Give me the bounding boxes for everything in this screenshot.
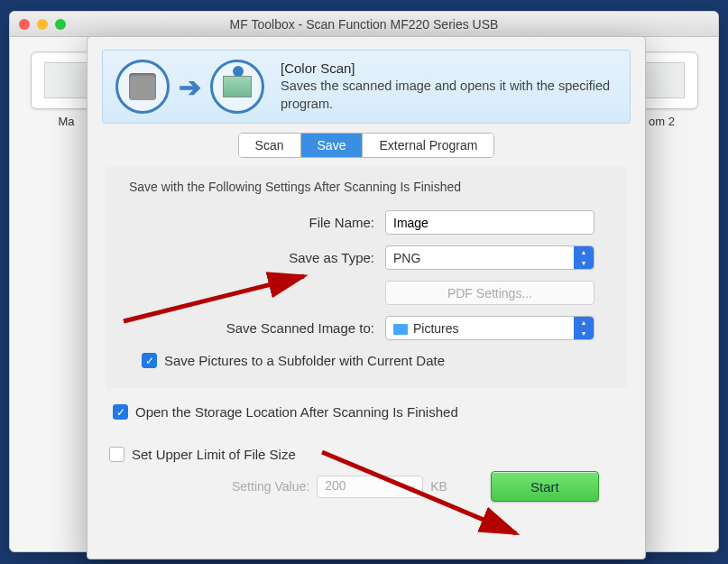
program-icon <box>210 60 264 114</box>
header-title: [Color Scan] <box>281 60 617 76</box>
pdf-settings-button: PDF Settings... <box>385 281 594 305</box>
setting-value-input: 200 ⌄ <box>317 476 423 498</box>
saveto-label: Save Scanned Image to: <box>115 320 385 336</box>
bottom-area: Set Upper Limit of File Size Setting Val… <box>88 447 645 502</box>
folder-icon <box>393 324 408 335</box>
chevron-updown-icon <box>574 317 594 339</box>
header-description: Saves the scanned image and opens it wit… <box>281 78 617 113</box>
filename-input[interactable] <box>385 210 594 235</box>
window-title: MF Toolbox - Scan Function MF220 Series … <box>10 17 718 32</box>
chevron-updown-icon <box>574 246 594 269</box>
panel-title: Save with the Following Settings After S… <box>129 180 618 194</box>
tab-external-program[interactable]: External Program <box>363 134 493 157</box>
tabstrip: Scan Save External Program <box>88 133 645 158</box>
saveto-value: Pictures <box>413 321 459 336</box>
scanner-icon <box>115 60 170 114</box>
filename-label: File Name: <box>115 215 385 230</box>
savetype-value: PNG <box>393 251 420 265</box>
savetype-label: Save as Type: <box>115 250 385 265</box>
saveto-select[interactable]: Pictures <box>385 316 594 340</box>
open-location-label: Open the Storage Location After Scanning… <box>135 404 458 420</box>
scanner-icon <box>640 62 685 98</box>
open-location-checkbox[interactable]: ✓ <box>113 404 128 420</box>
setting-value-text: 200 <box>325 478 346 493</box>
header-info-box: ➔ [Color Scan] Saves the scanned image a… <box>102 50 631 124</box>
kb-unit: KB <box>430 479 447 494</box>
save-settings-panel: Save with the Following Settings After S… <box>106 167 627 388</box>
tab-save[interactable]: Save <box>301 134 364 157</box>
subfolder-checkbox[interactable]: ✓ <box>142 353 157 368</box>
scanner-icon <box>44 62 89 98</box>
upper-limit-checkbox[interactable] <box>109 447 124 462</box>
subfolder-label: Save Pictures to a Subfolder with Curren… <box>164 353 445 368</box>
settings-sheet: ➔ [Color Scan] Saves the scanned image a… <box>87 36 646 559</box>
upper-limit-label: Set Upper Limit of File Size <box>132 447 296 462</box>
tab-scan[interactable]: Scan <box>239 134 301 157</box>
savetype-select[interactable]: PNG <box>385 245 594 270</box>
setting-value-label: Setting Value: <box>232 479 309 494</box>
start-button[interactable]: Start <box>491 471 599 502</box>
chevron-down-icon: ⌄ <box>410 480 417 490</box>
arrow-right-icon: ➔ <box>179 71 201 103</box>
titlebar: MF Toolbox - Scan Function MF220 Series … <box>10 12 718 37</box>
